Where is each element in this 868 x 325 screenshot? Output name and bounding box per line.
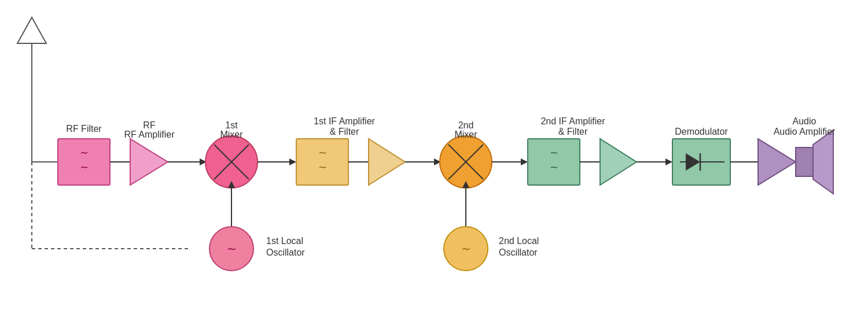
svg-text:1st: 1st [225,120,238,130]
osc1-label: 1st Local [266,236,303,246]
audio-amp-label2: Audio Amplifier [774,127,836,136]
osc2-label2: Oscillator [499,248,538,257]
rf-amp-label2: RF Amplifier [124,130,175,139]
rf-filter-label: RF Filter [66,124,102,134]
osc2-label: 2nd Local [499,236,539,246]
osc1-label2: Oscillator [266,248,305,257]
svg-text:2nd: 2nd [458,120,474,130]
svg-rect-54 [796,147,813,176]
audio-amp-label: Audio [793,116,816,126]
demodulator: Demodulator [672,127,730,185]
svg-text:∼: ∼ [80,161,89,173]
if2-label: 2nd IF Amplifier [540,116,605,126]
rf-amp-label: RF [143,120,156,130]
svg-text:∼: ∼ [550,161,558,173]
svg-text:∼: ∼ [227,242,237,255]
if1-label: 1st IF Amplifier [314,116,375,126]
svg-text:∼: ∼ [461,242,471,255]
svg-text:∼: ∼ [318,147,327,158]
mixer1-label: Mixer [220,130,243,139]
svg-text:∼: ∼ [550,147,558,158]
svg-text:∼: ∼ [318,161,327,173]
mixer2-label: Mixer [454,130,477,139]
if2-label2: & Filter [558,127,588,136]
demodulator-label: Demodulator [675,127,728,136]
if1-label2: & Filter [330,127,359,136]
svg-text:∼: ∼ [80,147,89,158]
